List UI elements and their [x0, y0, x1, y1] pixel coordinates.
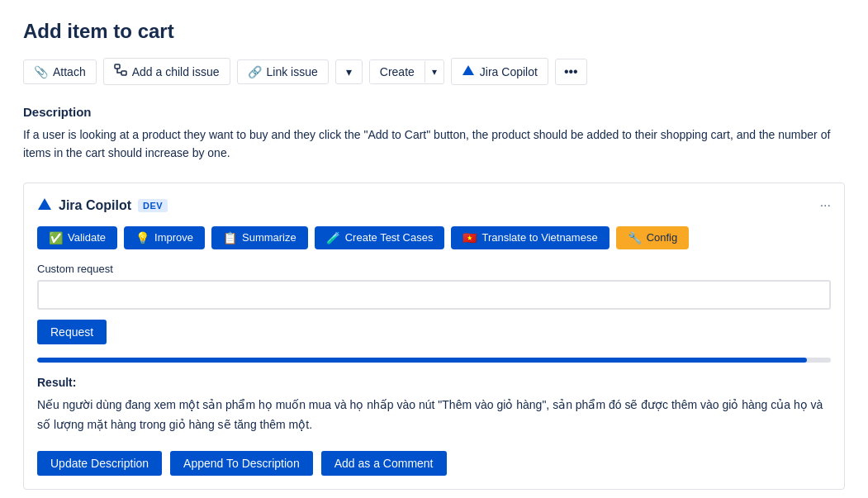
- copilot-title: Jira Copilot DEV: [37, 197, 168, 215]
- description-section: Description If a user is looking at a pr…: [23, 105, 845, 163]
- chevron-down-icon: ▾: [346, 65, 352, 78]
- attach-button[interactable]: 📎 Attach: [23, 59, 97, 84]
- create-main-button[interactable]: Create: [370, 60, 425, 83]
- progress-bar-fill: [37, 358, 807, 363]
- result-label: Result:: [37, 376, 831, 389]
- custom-request-input[interactable]: [37, 280, 831, 310]
- validate-button[interactable]: ✅ Validate: [37, 226, 117, 249]
- improve-icon: 💡: [135, 231, 149, 244]
- svg-marker-2: [462, 65, 474, 75]
- improve-button[interactable]: 💡 Improve: [124, 226, 205, 249]
- copilot-header: Jira Copilot DEV ···: [37, 197, 831, 215]
- create-chevron-icon: ▾: [432, 66, 437, 78]
- svg-marker-3: [38, 198, 51, 210]
- svg-rect-1: [121, 71, 126, 75]
- jira-copilot-icon: [462, 64, 475, 79]
- config-button[interactable]: 🔧 Config: [616, 226, 690, 249]
- update-description-button[interactable]: Update Description: [37, 451, 162, 476]
- attach-icon: 📎: [34, 65, 48, 78]
- create-test-cases-button[interactable]: 🧪 Create Test Cases: [315, 226, 445, 249]
- request-button[interactable]: Request: [37, 320, 107, 344]
- more-icon: •••: [564, 64, 578, 78]
- add-child-icon: [114, 64, 127, 79]
- create-button-group: Create ▾: [369, 59, 444, 84]
- result-text: Nếu người dùng đang xem một sản phẩm họ …: [37, 396, 831, 435]
- translate-icon: 🇻🇳: [462, 231, 477, 244]
- dropdown-arrow-button[interactable]: ▾: [335, 59, 363, 84]
- custom-request-label: Custom request: [37, 263, 831, 275]
- page-title: Add item to cart: [23, 20, 845, 43]
- description-label: Description: [23, 105, 845, 119]
- add-comment-button[interactable]: Add as a Comment: [321, 451, 447, 476]
- progress-bar-container: [37, 358, 831, 363]
- description-text: If a user is looking at a product they w…: [23, 126, 845, 163]
- summarize-icon: 📋: [223, 231, 237, 244]
- result-actions: Update Description Append To Description…: [37, 451, 831, 476]
- validate-icon: ✅: [49, 231, 63, 244]
- append-description-button[interactable]: Append To Description: [170, 451, 313, 476]
- translate-button[interactable]: 🇻🇳 Translate to Vietnamese: [451, 226, 609, 249]
- toolbar: 📎 Attach Add a child issue 🔗 Link issue …: [23, 58, 845, 85]
- add-child-issue-button[interactable]: Add a child issue: [103, 58, 230, 85]
- copilot-section: Jira Copilot DEV ··· ✅ Validate 💡 Improv…: [23, 183, 845, 491]
- test-cases-icon: 🧪: [326, 231, 340, 244]
- copilot-menu-button[interactable]: ···: [820, 198, 831, 213]
- svg-rect-0: [115, 64, 120, 69]
- create-dropdown-button[interactable]: ▾: [425, 61, 443, 83]
- more-options-button[interactable]: •••: [555, 59, 587, 85]
- config-icon: 🔧: [628, 231, 642, 244]
- copilot-actions: ✅ Validate 💡 Improve 📋 Summarize 🧪 Creat…: [37, 226, 831, 249]
- copilot-logo-icon: [37, 197, 52, 215]
- link-issue-button[interactable]: 🔗 Link issue: [237, 59, 329, 84]
- copilot-badge: DEV: [138, 199, 168, 212]
- jira-copilot-button[interactable]: Jira Copilot: [451, 58, 548, 85]
- link-icon: 🔗: [248, 65, 262, 78]
- result-section: Result: Nếu người dùng đang xem một sản …: [37, 376, 831, 435]
- summarize-button[interactable]: 📋 Summarize: [211, 226, 308, 249]
